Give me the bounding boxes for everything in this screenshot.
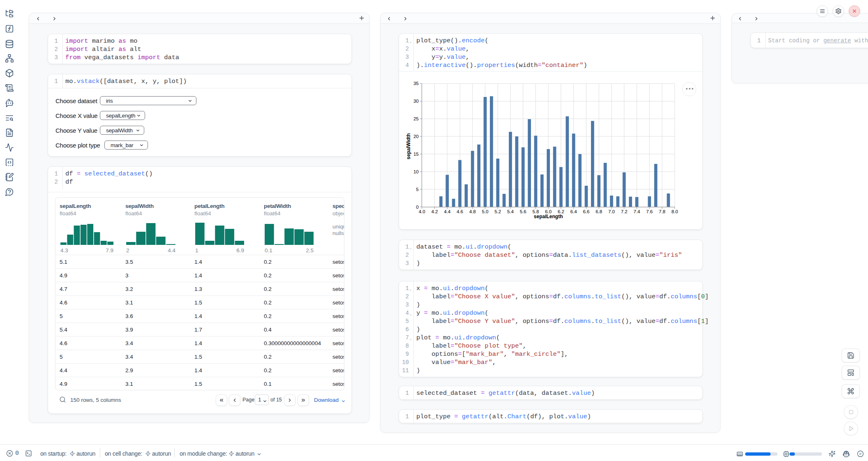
svg-text:5.0: 5.0	[482, 209, 488, 214]
svg-text:4.8: 4.8	[469, 209, 476, 214]
svg-text:7.6: 7.6	[646, 209, 653, 214]
svg-text:sepalLength: sepalLength	[534, 214, 563, 219]
svg-text:4.6: 4.6	[457, 209, 463, 214]
svg-text:4.2: 4.2	[432, 209, 438, 214]
svg-text:4.0: 4.0	[419, 209, 425, 214]
svg-text:30: 30	[413, 99, 419, 104]
svg-text:6.4: 6.4	[570, 209, 577, 214]
svg-text:5.6: 5.6	[520, 209, 526, 214]
svg-text:7.4: 7.4	[634, 209, 641, 214]
svg-text:6.6: 6.6	[583, 209, 589, 214]
svg-text:25: 25	[413, 116, 419, 121]
svg-text:0: 0	[416, 205, 418, 210]
svg-text:10: 10	[413, 169, 419, 174]
svg-text:4.4: 4.4	[444, 209, 451, 214]
svg-text:sepalWidth: sepalWidth	[406, 133, 411, 159]
svg-text:20: 20	[413, 134, 419, 139]
svg-text:5.4: 5.4	[507, 209, 514, 214]
svg-text:6.8: 6.8	[596, 209, 602, 214]
svg-text:15: 15	[413, 152, 419, 157]
svg-text:5: 5	[416, 187, 418, 192]
svg-text:7.2: 7.2	[621, 209, 628, 214]
svg-text:8.0: 8.0	[672, 209, 678, 214]
svg-text:7.0: 7.0	[608, 209, 615, 214]
svg-text:35: 35	[413, 81, 419, 86]
svg-text:5.2: 5.2	[494, 209, 501, 214]
svg-text:7.8: 7.8	[659, 209, 665, 214]
